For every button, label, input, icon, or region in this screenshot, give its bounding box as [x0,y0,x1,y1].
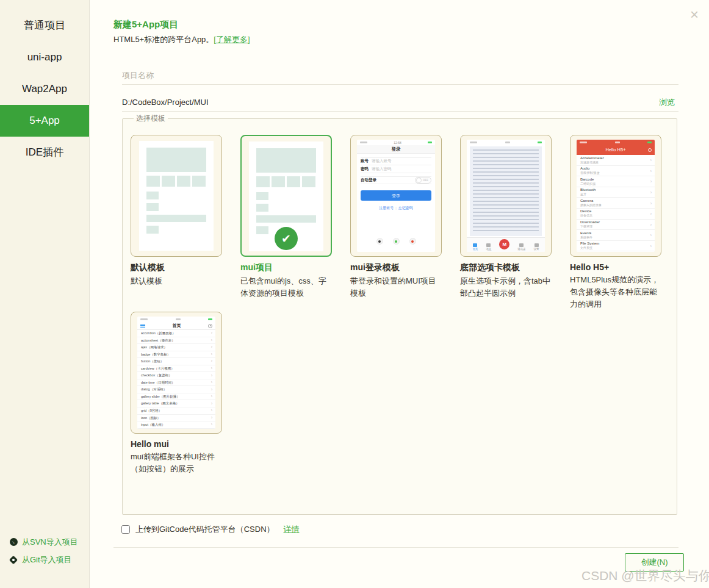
qq-icon [376,238,383,245]
account-placeholder: 请输入账号 [372,159,392,164]
home-icon [473,243,477,247]
chevron-right-icon: › [211,379,212,386]
list-item: button（按钮）› [137,358,215,365]
hello-mui-header: 首页 [137,322,215,330]
list-item: Events系统事件› [577,230,655,241]
chevron-right-icon: › [211,421,212,428]
browse-link[interactable]: 浏览 [659,97,675,108]
list-item: actionsheet（操作表）› [137,337,215,345]
item-name: Device [580,209,651,213]
wireframe-item-thumb [256,204,268,212]
item-sub: 二维码扫描 [580,182,651,185]
statusbar-right [428,142,432,144]
template-desc: mui前端框架各种UI控件（如按钮）的展示 [131,451,222,487]
template-title: mui登录模板 [350,262,442,273]
statusbar-time: 12:58 [394,141,401,145]
wechat-icon [393,238,400,245]
list-item: grid（9宫格）› [137,407,215,415]
wireframe-square [302,176,315,187]
wireframe-list-item [146,226,206,234]
sidebar-item-wap2app[interactable]: Wap2App [0,73,89,105]
phone-statusbar: 12:58 [357,140,435,145]
battery-icon [428,142,432,144]
wireframe-item-thumb [146,203,159,211]
wireframe-square [287,176,300,187]
list-item: ajax（网络请求）› [137,344,215,351]
list-item: Device设备信息› [577,209,655,220]
hello-h5-title: Hello H5+ [605,147,625,152]
item-name: Downloader [580,220,651,224]
gear-icon [208,324,212,328]
list-item: Downloader下载管理› [577,220,655,231]
learn-more-link[interactable]: [了解更多] [214,35,250,44]
list-item: cardview（卡片视图）› [137,365,215,373]
tab-home: 首页 [472,243,478,251]
item-label: gallery table（图文表格） [141,401,179,405]
template-thumbnail-hello-h5[interactable]: Hello H5+ Accelerometer加速度传感器› Audio音频录制… [570,135,661,257]
chevron-right-icon: › [211,358,212,365]
close-icon[interactable]: × [686,6,703,23]
project-type-list: 普通项目 uni-app Wap2App 5+App IDE插件 [0,0,89,168]
template-thumbnail-mui-project[interactable]: ✔ [240,135,332,257]
tab-settings: 设置 [534,243,539,251]
upload-gitcode-label: 上传到GitCode代码托管平台（CSDN） [135,524,275,535]
template-desc: 原生选项卡示例，含tab中部凸起半圆示例 [460,275,552,312]
item-label: badge（数字角标） [141,353,170,356]
item-name: Audio [580,167,651,170]
template-thumbnail-default[interactable] [131,135,222,257]
list-item: date time（日期时间）› [137,379,215,387]
template-card-mui-project: ✔ mui项目 已包含mui的js、css、字体资源的项目模板 [240,135,332,312]
settings-icon [534,243,539,247]
sidebar-item-uni-app[interactable]: uni-app [0,41,89,73]
project-name-input[interactable] [122,66,678,85]
forgot-password-link: 忘记密码 [398,206,413,210]
list-item: Accelerometer加速度传感器› [577,155,655,166]
item-sub: 系统事件 [580,235,651,239]
item-label: icon（图标） [141,416,160,420]
toggle-off-switch: OFF [415,177,431,184]
item-label: cardview（卡片视图） [141,367,175,370]
detail-link[interactable]: 详情 [284,524,300,535]
project-path-row: 浏览 [122,93,678,112]
tab-contacts: 通讯录 [517,243,526,251]
wireframe-item-lines [272,204,316,212]
wireframe-item-thumb [146,226,159,234]
statusbar-right [208,318,212,321]
template-thumbnail-bottom-tab[interactable]: 首页 消息 M 通讯录 设置 [460,135,552,257]
sidebar-item-normal-project[interactable]: 普通项目 [0,10,89,41]
login-thumb: 12:58 登录 账号 请输入账号 密码 请输入密码 [357,140,435,252]
link-separator: | [395,206,397,210]
bottom-tab-bar: 首页 消息 M 通讯录 设置 [467,237,545,252]
template-picker-legend: 选择模板 [134,113,168,124]
wireframe-square-row [146,176,206,187]
info-icon [648,148,652,152]
template-desc: 默认模板 [131,275,222,312]
toggle-knob [416,177,422,183]
list-item: input（输入框）› [137,421,215,429]
wireframe-hero-block [146,148,206,172]
auto-login-label: 自动登录 [361,177,376,183]
chevron-right-icon: › [650,190,652,195]
import-links: 从SVN导入项目 从Git导入项目 [10,533,78,568]
sidebar-item-ide-plugin[interactable]: IDE插件 [0,137,89,168]
upload-gitcode-checkbox[interactable] [121,525,130,534]
svn-icon [10,538,18,546]
wireframe-square [162,176,175,187]
chevron-right-icon: › [650,212,652,216]
wireframe-list-item [146,203,206,211]
message-icon [486,243,491,247]
import-from-svn-link[interactable]: 从SVN导入项目 [10,533,78,551]
item-sub: 音频录制/播放 [580,171,651,174]
center-m-badge: M [499,239,509,249]
item-name: Events [580,231,651,235]
project-path-input[interactable] [122,93,678,112]
item-name: Barcode [580,177,651,181]
battery-icon [538,142,542,144]
chevron-right-icon: › [211,337,212,344]
item-sub: 文件系统 [580,246,651,249]
sidebar-item-5plus-app[interactable]: 5+App [0,105,89,137]
template-thumbnail-hello-mui[interactable]: 首页 accordion（折叠面板）› actionsheet（操作表）› aj… [131,312,222,434]
chevron-right-icon: › [211,386,212,393]
import-from-git-link[interactable]: 从Git导入项目 [10,551,78,568]
template-thumbnail-mui-login[interactable]: 12:58 登录 账号 请输入账号 密码 请输入密码 [350,135,442,257]
